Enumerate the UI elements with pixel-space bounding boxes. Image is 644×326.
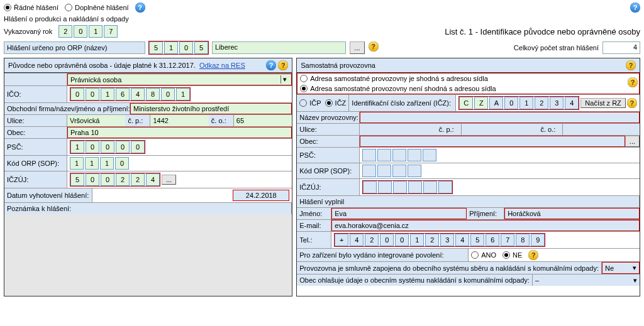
r-street-field[interactable] (360, 124, 436, 135)
email-label: E-mail: (297, 220, 331, 231)
origin-header: Původce nebo oprávněná osoba - údaje pla… (8, 62, 196, 69)
pages-label: Celkový počet stran hlášení (514, 44, 599, 52)
orp-lookup-button[interactable]: ... (350, 41, 364, 54)
warn-icon[interactable]: ? (626, 60, 636, 70)
jmeno-field[interactable]: Eva (331, 208, 467, 219)
note-field[interactable] (4, 214, 292, 296)
tel-label: Tel.: (297, 232, 331, 248)
icz-radio[interactable]: IČZ (325, 99, 347, 107)
orp-code: 5105 (149, 41, 208, 54)
icz-label: Identifikační číslo zařízení (IČZ): (349, 95, 456, 111)
r-sop-field[interactable] (362, 165, 421, 177)
chevron-down-icon: ▾ (280, 75, 289, 84)
cp-value[interactable]: 1442 (150, 115, 208, 126)
name-label: Obchodní firma/název/jméno a příjmení: (4, 103, 130, 114)
smluvne-label: Provozovna je smluvně zapojena do obecní… (297, 262, 602, 274)
icp-radio[interactable]: IČP (299, 99, 321, 107)
smluvne-select[interactable]: Ne▾ (602, 262, 640, 274)
provoz-header: Samostatná provozovna (301, 62, 375, 69)
r-obec-label: Obec: (297, 136, 360, 147)
help-icon[interactable]: ? (630, 3, 640, 13)
prijmeni-label: Příjmení: (467, 208, 504, 219)
date-value[interactable]: 24.2.2018 (233, 190, 289, 201)
warn-icon[interactable]: ? (278, 60, 288, 70)
r-sop-label: Kód ORP (SOP): (297, 163, 360, 178)
year-label: Vykazovaný rok (4, 28, 52, 35)
amended-label: Doplněné hlášení (75, 4, 129, 11)
provname-label: Název provozovny: (297, 112, 360, 123)
r-cp-field[interactable] (462, 124, 538, 135)
psc-label: PSČ: (4, 139, 67, 155)
rz-button[interactable]: Načíst z RZ (580, 98, 625, 108)
r-co-label: č. o.: (538, 124, 563, 135)
ip-yes-radio[interactable]: ANO (471, 251, 496, 259)
iczuj-value: 500224 (70, 173, 160, 187)
chevron-down-icon: ▾ (633, 276, 637, 285)
amended-report-radio[interactable]: Doplněné hlášení (65, 4, 129, 11)
pages-value: 4 (602, 41, 640, 54)
ico-label: IČO: (4, 86, 67, 102)
obec-value[interactable]: Praha 10 (67, 127, 292, 138)
ordinary-report-radio[interactable]: Řádné hlášení (4, 4, 58, 11)
street-value[interactable]: Vršovická (67, 115, 125, 126)
r-iczuj-field[interactable] (362, 180, 453, 194)
prijmeni-field[interactable]: Horáčková (504, 208, 640, 219)
ip-label: Pro zařízení bylo vydáno integrované pov… (297, 249, 469, 261)
street-label: Ulice: (4, 115, 67, 126)
r-cp-label: č. p.: (436, 124, 462, 135)
addr-diff-radio[interactable]: Adresa samostatné provozovny není shodná… (297, 84, 639, 94)
res-link[interactable]: Odkaz na RES (199, 62, 245, 69)
orp-name: Liberec (212, 41, 346, 54)
icz-value: CZA01234 (458, 96, 579, 110)
r-psc-field[interactable] (362, 149, 436, 161)
r-psc-label: PSČ: (297, 148, 360, 163)
warn-icon[interactable]: ? (369, 41, 379, 52)
obec-label: Obec: (4, 127, 67, 138)
psc-value: 10000 (70, 140, 145, 154)
warn-icon[interactable]: ? (528, 250, 538, 260)
jmeno-label: Jméno: (297, 208, 331, 219)
ico-value: 00164801 (70, 87, 191, 101)
date-label: Datum vyhotovení hlášení: (4, 188, 92, 202)
filled-by-header: Hlášení vyplnil (297, 196, 640, 207)
year-value: 2017 (58, 25, 118, 38)
r-obec-field[interactable] (360, 136, 625, 147)
provname-field[interactable] (360, 112, 640, 123)
tel-field[interactable]: +4200123456789 (334, 233, 545, 247)
email-field[interactable]: eva.horakova@cenia.cz (331, 220, 640, 231)
chevron-down-icon: ▾ (633, 264, 636, 272)
iczuj-lookup-button[interactable]: ... (162, 175, 176, 185)
r-street-label: Ulice: (297, 124, 360, 135)
name-value[interactable]: Ministerstvo životního prostředí (130, 103, 292, 114)
obec-sys-label: Obec ohlašuje údaje o obecním systému na… (297, 274, 533, 286)
obec-sys-select[interactable]: –▾ (533, 274, 640, 286)
help-icon[interactable]: ? (266, 60, 276, 70)
sop-value: 1110 (70, 157, 129, 170)
warn-icon[interactable]: ? (627, 98, 637, 108)
co-value[interactable]: 65 (234, 115, 292, 126)
r-iczuj-label: IČZÚJ: (297, 179, 360, 195)
ordinary-label: Řádné hlášení (14, 4, 58, 11)
form-title: Hlášení o produkci a nakládání s odpady (4, 15, 640, 23)
r-co-field[interactable] (563, 124, 640, 135)
orp-label: Hlášení určeno pro ORP (název) (4, 41, 145, 54)
co-label: č. o.: (209, 115, 234, 126)
addr-same-radio[interactable]: Adresa samostatné provozovny je shodná s… (297, 73, 639, 84)
warn-icon[interactable]: ? (628, 77, 638, 87)
iczuj-label: IČZÚJ: (4, 171, 67, 188)
sop-label: Kód ORP (SOP): (4, 156, 67, 171)
cp-label: č. p.: (125, 115, 150, 126)
note-label: Poznámka k hlášení: (4, 203, 292, 214)
sheet-title: List č. 1 - Identifikace původce nebo op… (445, 27, 640, 36)
entity-type-select[interactable]: Právnická osoba▾ (67, 73, 292, 85)
r-obec-lookup[interactable]: ... (625, 136, 640, 147)
help-icon[interactable]: ? (135, 3, 145, 13)
ip-no-radio[interactable]: NE (502, 251, 522, 259)
